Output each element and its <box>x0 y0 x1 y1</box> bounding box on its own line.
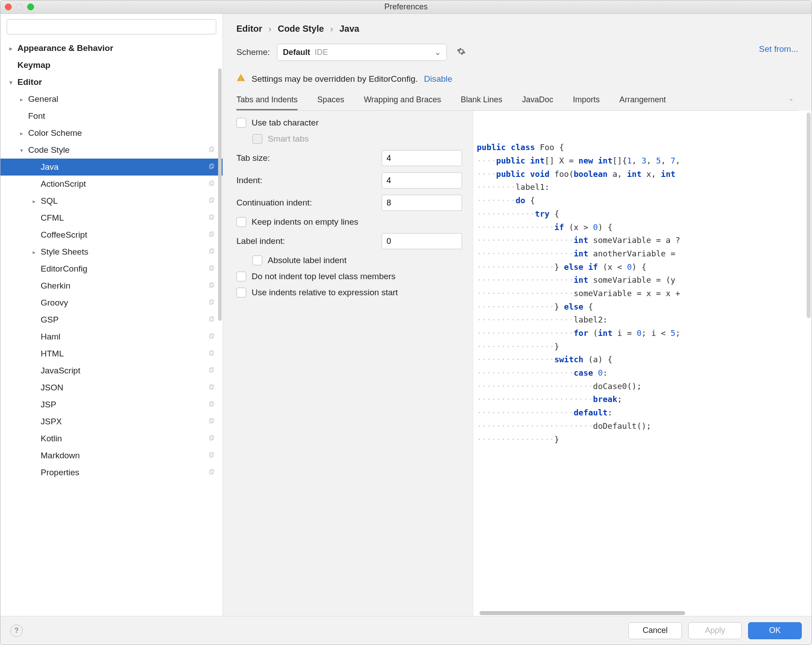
tree-item-label: CoffeeScript <box>41 230 208 240</box>
indent-input[interactable] <box>382 172 462 188</box>
chevron-right-icon: ▸ <box>20 130 28 137</box>
tree-item-json[interactable]: JSON <box>0 379 223 396</box>
body: ▸Appearance & BehaviorKeymap▾Editor▸Gene… <box>0 14 812 616</box>
sidebar: ▸Appearance & BehaviorKeymap▾Editor▸Gene… <box>0 14 223 616</box>
tree-item-coffeescript[interactable]: CoffeeScript <box>0 226 223 243</box>
tree-item-markdown[interactable]: Markdown <box>0 447 223 464</box>
warning-text: Settings may be overridden by EditorConf… <box>252 74 418 84</box>
copy-icon[interactable] <box>208 248 215 256</box>
scheme-selector[interactable]: Default IDE ⌄ <box>277 44 447 61</box>
code-line: ················if (x > 0) { <box>477 221 812 234</box>
tab-arrangement[interactable]: Arrangement <box>619 95 666 110</box>
help-icon[interactable]: ? <box>10 624 23 637</box>
copy-icon[interactable] <box>208 384 215 392</box>
tree-item-jsp[interactable]: JSP <box>0 396 223 413</box>
code-line: ····················int someVariable = a… <box>477 234 812 247</box>
tab-size-input[interactable] <box>382 150 462 166</box>
copy-icon[interactable] <box>208 163 215 171</box>
tree-item-java[interactable]: Java <box>0 159 223 176</box>
tree-item-jspx[interactable]: JSPX <box>0 413 223 430</box>
cont-indent-input[interactable] <box>382 195 462 211</box>
tree-item-label: Java <box>41 162 208 172</box>
main-panel: Editor › Code Style › Java Scheme: Defau… <box>223 14 812 616</box>
tree-item-html[interactable]: HTML <box>0 345 223 362</box>
use-tab-label: Use tab character <box>252 118 319 128</box>
tab-blank-lines[interactable]: Blank Lines <box>461 95 502 110</box>
rel-expr-checkbox[interactable] <box>236 288 246 297</box>
tree-item-label: JSPX <box>41 417 208 427</box>
tab-tabs-and-indents[interactable]: Tabs and Indents <box>236 95 298 110</box>
copy-icon[interactable] <box>208 265 215 273</box>
tree-item-cfml[interactable]: CFML <box>0 209 223 226</box>
copy-icon[interactable] <box>208 299 215 307</box>
copy-icon[interactable] <box>208 469 215 477</box>
code-preview: public class Foo {····public int[] X = n… <box>473 111 812 616</box>
ok-button[interactable]: OK <box>748 622 802 639</box>
tree-item-font[interactable]: Font <box>0 108 223 125</box>
tree-item-kotlin[interactable]: Kotlin <box>0 430 223 447</box>
copy-icon[interactable] <box>208 418 215 426</box>
tree-item-style-sheets[interactable]: ▸Style Sheets <box>0 243 223 260</box>
tree-item-javascript[interactable]: JavaScript <box>0 362 223 379</box>
copy-icon[interactable] <box>208 231 215 239</box>
set-from-link[interactable]: Set from... <box>759 44 798 54</box>
copy-icon[interactable] <box>208 197 215 205</box>
tree-item-label: Kotlin <box>41 434 208 444</box>
tree-item-editorconfig[interactable]: EditorConfig <box>0 260 223 277</box>
tree-item-properties[interactable]: Properties <box>0 464 223 481</box>
copy-icon[interactable] <box>208 316 215 324</box>
cancel-button[interactable]: Cancel <box>628 622 682 639</box>
apply-button[interactable]: Apply <box>688 622 742 639</box>
copy-icon[interactable] <box>208 350 215 358</box>
abs-label-checkbox[interactable] <box>252 255 262 265</box>
settings-tree[interactable]: ▸Appearance & BehaviorKeymap▾Editor▸Gene… <box>0 40 223 616</box>
sidebar-scrollbar[interactable] <box>218 68 222 321</box>
copy-icon[interactable] <box>208 333 215 341</box>
copy-icon[interactable] <box>208 435 215 443</box>
tree-item-color-scheme[interactable]: ▸Color Scheme <box>0 125 223 142</box>
tree-item-label: JSP <box>41 400 208 410</box>
tree-item-sql[interactable]: ▸SQL <box>0 193 223 209</box>
copy-icon[interactable] <box>208 452 215 460</box>
tree-item-appearance-behavior[interactable]: ▸Appearance & Behavior <box>0 40 223 57</box>
copy-icon[interactable] <box>208 401 215 409</box>
copy-icon[interactable] <box>208 147 215 154</box>
tree-item-general[interactable]: ▸General <box>0 91 223 108</box>
expand-tabs-icon[interactable]: ⌄ <box>789 95 798 110</box>
tree-item-editor[interactable]: ▾Editor <box>0 74 223 91</box>
tree-item-keymap[interactable]: Keymap <box>0 57 223 74</box>
tree-item-gherkin[interactable]: Gherkin <box>0 277 223 294</box>
code-line: ················} <box>477 433 812 446</box>
disable-link[interactable]: Disable <box>424 74 452 84</box>
abs-label-label: Absolute label indent <box>268 255 346 265</box>
tree-item-groovy[interactable]: Groovy <box>0 294 223 311</box>
chevron-right-icon: ▸ <box>20 96 28 103</box>
search-input[interactable] <box>7 19 216 34</box>
copy-icon[interactable] <box>208 214 215 222</box>
tab-wrapping-and-braces[interactable]: Wrapping and Braces <box>364 95 441 110</box>
scheme-value: Default <box>283 48 310 57</box>
tree-item-code-style[interactable]: ▾Code Style <box>0 142 223 159</box>
tab-spaces[interactable]: Spaces <box>317 95 344 110</box>
preview-scrollbar-v[interactable] <box>807 113 811 318</box>
preferences-window: Preferences ▸Appearance & BehaviorKeymap… <box>0 0 812 645</box>
breadcrumb-item: Java <box>339 24 359 34</box>
tree-item-haml[interactable]: Haml <box>0 328 223 345</box>
gear-icon[interactable] <box>454 44 468 61</box>
preview-scrollbar-h[interactable] <box>480 611 685 615</box>
tab-imports[interactable]: Imports <box>573 95 600 110</box>
code-line: ············try { <box>477 207 812 221</box>
copy-icon[interactable] <box>208 180 215 188</box>
no-top-checkbox[interactable] <box>236 272 246 281</box>
keep-empty-label: Keep indents on empty lines <box>252 217 358 227</box>
use-tab-checkbox[interactable] <box>236 118 246 128</box>
tab-javadoc[interactable]: JavaDoc <box>522 95 553 110</box>
tree-item-gsp[interactable]: GSP <box>0 311 223 328</box>
label-indent-input[interactable] <box>382 233 462 249</box>
tree-item-actionscript[interactable]: ActionScript <box>0 176 223 193</box>
keep-empty-checkbox[interactable] <box>236 217 246 227</box>
copy-icon[interactable] <box>208 282 215 290</box>
copy-icon[interactable] <box>208 367 215 375</box>
tree-item-label: JSON <box>41 383 208 393</box>
cont-indent-label: Continuation indent: <box>236 198 312 208</box>
